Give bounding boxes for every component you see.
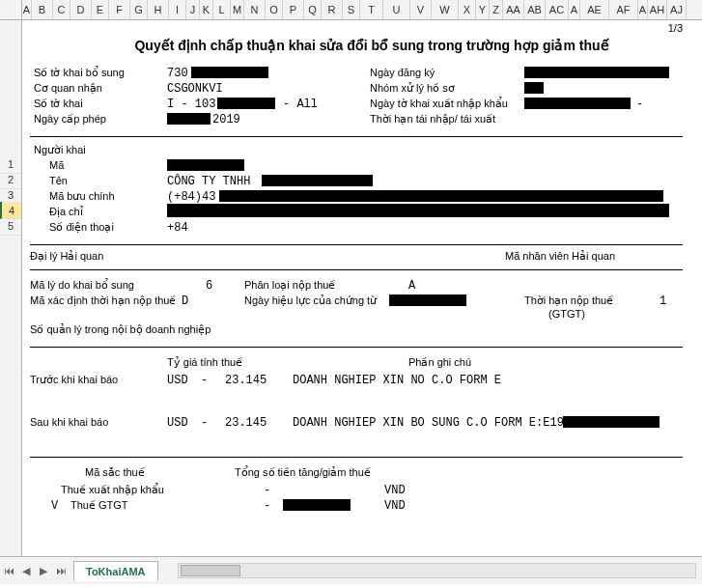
- page-indicator: 1/3: [668, 22, 683, 34]
- column-header-cell[interactable]: O: [266, 0, 283, 19]
- column-header-cell[interactable]: F: [109, 0, 130, 19]
- divider: [30, 244, 683, 245]
- truoc-dash: -: [201, 374, 208, 387]
- so-to-khai-value-left: I - 103: [167, 98, 215, 111]
- column-header-cell[interactable]: S: [343, 0, 360, 19]
- column-header-cell[interactable]: B: [32, 0, 53, 19]
- tong-so-tien-label: Tổng số tiền tăng/giảm thuế: [235, 466, 371, 479]
- row-headers[interactable]: 12345: [0, 20, 22, 556]
- redaction: [262, 175, 373, 186]
- nguoi-khai-label: Người khai: [34, 144, 86, 156]
- thoi-han-nop-value: 1: [660, 294, 666, 308]
- column-header-cell[interactable]: A: [22, 0, 32, 19]
- sheet-tab-bar: ⏮ ◀ ▶ ⏭ ToKhaiAMA: [0, 556, 702, 584]
- dash-value: -: [636, 98, 643, 111]
- so-to-khai-bo-sung-value: 730: [167, 67, 188, 80]
- column-header-cell[interactable]: D: [70, 0, 92, 19]
- select-all-corner[interactable]: [0, 0, 22, 19]
- row-header-cell[interactable]: 5: [0, 217, 21, 236]
- so-to-khai-label: Số tờ khai: [34, 98, 83, 110]
- ma-label: Mã: [49, 159, 64, 171]
- redaction: [524, 67, 669, 78]
- column-header-cell[interactable]: W: [432, 0, 459, 19]
- ngay-dang-ky-label: Ngày đăng ký: [370, 67, 435, 78]
- column-header-cell[interactable]: K: [200, 0, 213, 19]
- gtgt-label: (GTGT): [548, 308, 585, 320]
- tab-nav-first-icon[interactable]: ⏮: [1, 563, 16, 578]
- redaction: [219, 190, 663, 202]
- thue-xnk-dash: -: [264, 484, 270, 497]
- column-header-cell[interactable]: Q: [304, 0, 322, 19]
- column-header-cell[interactable]: AF: [609, 0, 638, 19]
- nhom-xu-ly-label: Nhóm xử lý hồ sơ: [370, 82, 455, 95]
- tab-nav-prev-icon[interactable]: ◀: [18, 563, 34, 578]
- worksheet-canvas[interactable]: 1/3 Quyết định chấp thuận khai sửa đổi b…: [22, 20, 702, 556]
- column-header-row: ABCDEFGHIJKLMNOPQRSTUVWXYZAAABACAAEAFAAH…: [0, 0, 702, 20]
- truoc-rate: 23.145: [225, 374, 267, 387]
- dai-ly-hai-quan-label: Đại lý Hải quan: [30, 250, 103, 263]
- sau-dash: -: [201, 416, 208, 430]
- ma-ly-do-label: Mã lý do khai bổ sung: [30, 279, 134, 292]
- so-dien-thoai-value: +84: [167, 221, 188, 235]
- thue-gtgt-dash: -: [264, 499, 270, 513]
- column-header-cell[interactable]: A: [638, 0, 648, 19]
- thue-gtgt-mark: V: [51, 499, 58, 513]
- column-header-cell[interactable]: L: [213, 0, 231, 19]
- sau-rate: 23.145: [225, 416, 267, 430]
- column-header-cell[interactable]: AA: [503, 0, 524, 19]
- column-header-cell[interactable]: Z: [490, 0, 503, 19]
- column-header-cell[interactable]: U: [383, 0, 410, 19]
- dia-chi-label: Địa chỉ: [49, 206, 83, 218]
- phan-loai-label: Phân loại nộp thuế: [244, 279, 335, 292]
- ma-xac-dinh-value: D: [182, 294, 188, 308]
- column-header-cell[interactable]: Y: [476, 0, 490, 19]
- column-header-cell[interactable]: X: [459, 0, 476, 19]
- column-header-cell[interactable]: G: [130, 0, 148, 19]
- column-header-cell[interactable]: AB: [524, 0, 546, 19]
- redaction: [524, 98, 631, 109]
- column-header-cell[interactable]: AE: [580, 0, 609, 19]
- horizontal-scrollbar[interactable]: [178, 563, 696, 578]
- so-to-khai-value-right: - All: [283, 98, 318, 111]
- ma-nhan-vien-hq-label: Mã nhân viên Hải quan: [505, 250, 615, 263]
- column-header-cell[interactable]: N: [244, 0, 266, 19]
- column-header-cell[interactable]: R: [322, 0, 343, 19]
- ma-ly-do-value: 6: [206, 279, 212, 293]
- column-header-cell[interactable]: C: [53, 0, 70, 19]
- ten-value: CÔNG TY TNHH: [167, 175, 250, 188]
- scrollbar-thumb[interactable]: [181, 565, 240, 576]
- sheet-body: 12345 1/3 Quyết định chấp thuận khai sửa…: [0, 20, 702, 556]
- column-header-cell[interactable]: M: [231, 0, 244, 19]
- ma-buu-chinh-value: (+84)43: [167, 190, 215, 204]
- phan-loai-value: A: [408, 279, 415, 293]
- column-header-cell[interactable]: T: [360, 0, 383, 19]
- ma-buu-chinh-label: Mã bưu chính: [49, 190, 115, 203]
- column-header-cell[interactable]: V: [410, 0, 432, 19]
- ten-label: Tên: [49, 175, 68, 186]
- ma-sac-thue-label: Mã sắc thuế: [85, 466, 145, 479]
- thoi-han-nop-label: Thời hạn nộp thuế: [524, 294, 613, 307]
- divider: [30, 347, 683, 348]
- column-header-cell[interactable]: AJ: [667, 0, 687, 19]
- column-header-cell[interactable]: AC: [546, 0, 569, 19]
- column-header-cell[interactable]: E: [92, 0, 109, 19]
- column-header-cell[interactable]: AH: [648, 0, 667, 19]
- column-header-cell[interactable]: I: [169, 0, 186, 19]
- sheet-tab[interactable]: ToKhaiAMA: [73, 561, 158, 581]
- tab-nav-next-icon[interactable]: ▶: [36, 563, 51, 578]
- ngay-hieu-luc-label: Ngày hiệu lực của chứng từ: [244, 294, 377, 307]
- column-header-cell[interactable]: H: [148, 0, 169, 19]
- column-headers[interactable]: ABCDEFGHIJKLMNOPQRSTUVWXYZAAABACAAEAFAAH…: [22, 0, 702, 19]
- redaction: [217, 98, 275, 109]
- column-header-cell[interactable]: J: [186, 0, 200, 19]
- column-header-cell[interactable]: P: [283, 0, 304, 19]
- tab-nav-last-icon[interactable]: ⏭: [53, 563, 69, 578]
- co-quan-nhan-value: CSGONKVI: [167, 82, 223, 96]
- redaction: [191, 67, 268, 78]
- so-quan-ly-label: Số quản lý trong nội bộ doanh nghiệp: [30, 323, 211, 336]
- page-title: Quyết định chấp thuận khai sửa đổi bổ su…: [61, 38, 683, 53]
- so-dien-thoai-label: Số điện thoại: [49, 221, 114, 234]
- column-header-cell[interactable]: A: [569, 0, 580, 19]
- thue-xnk-label: Thuế xuất nhập khẩu: [61, 484, 164, 496]
- ma-xac-dinh-label: Mã xác định thời hạn nộp thuế: [30, 294, 176, 307]
